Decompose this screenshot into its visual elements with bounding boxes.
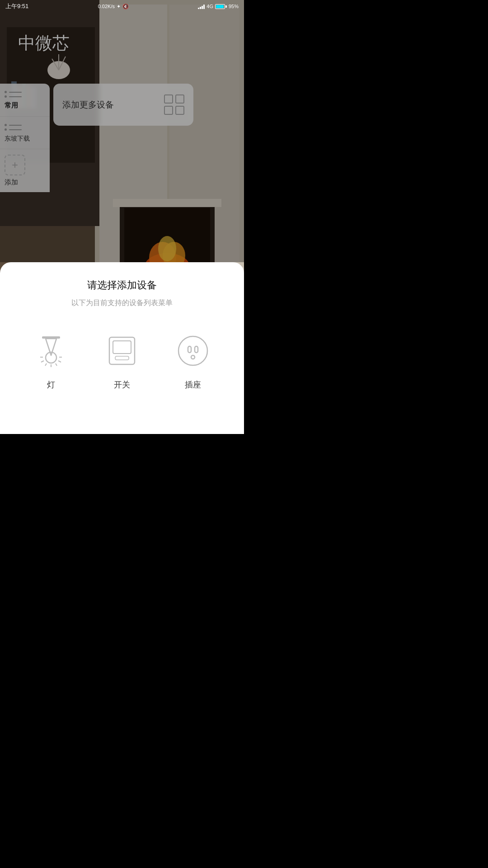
silent-icon: 🔇 — [122, 4, 129, 9]
svg-point-52 — [191, 355, 195, 359]
device-item-switch[interactable]: 开关 — [102, 330, 142, 390]
svg-line-40 — [45, 363, 47, 366]
device-item-light[interactable]: 灯 — [31, 330, 71, 390]
sheet-subtitle: 以下为目前支持的设备列表菜单 — [11, 298, 233, 308]
light-icon — [31, 330, 71, 371]
bottom-sheet: 请选择添加设备 以下为目前支持的设备列表菜单 — [0, 262, 244, 434]
bluetooth-icon: ✦ — [117, 4, 121, 9]
socket-icon — [173, 330, 213, 371]
time-display: 上午9:51 — [5, 2, 28, 10]
switch-icon — [102, 330, 142, 371]
device-switch-label: 开关 — [114, 379, 130, 390]
svg-point-49 — [178, 336, 207, 365]
battery-percent: 95% — [229, 4, 239, 9]
device-grid: 灯 开关 — [11, 330, 233, 390]
network-type: 4G — [206, 4, 213, 9]
svg-line-42 — [41, 361, 44, 362]
svg-line-43 — [58, 361, 61, 362]
battery-icon — [215, 4, 227, 9]
device-item-socket[interactable]: 插座 — [173, 330, 213, 390]
status-bar: 上午9:51 0.02K/s ✦ 🔇 4G 95% — [0, 0, 244, 13]
svg-rect-48 — [115, 356, 129, 360]
system-status: 4G 95% — [198, 4, 239, 9]
svg-rect-51 — [195, 346, 198, 353]
sheet-title: 请选择添加设备 — [11, 278, 233, 292]
svg-rect-47 — [113, 341, 131, 354]
svg-rect-50 — [188, 346, 191, 353]
device-light-label: 灯 — [47, 379, 55, 390]
signal-icon — [198, 4, 205, 9]
device-socket-label: 插座 — [185, 379, 201, 390]
network-speed: 0.02K/s ✦ 🔇 — [98, 4, 129, 9]
svg-line-41 — [56, 363, 57, 366]
dimming-overlay — [0, 0, 244, 262]
